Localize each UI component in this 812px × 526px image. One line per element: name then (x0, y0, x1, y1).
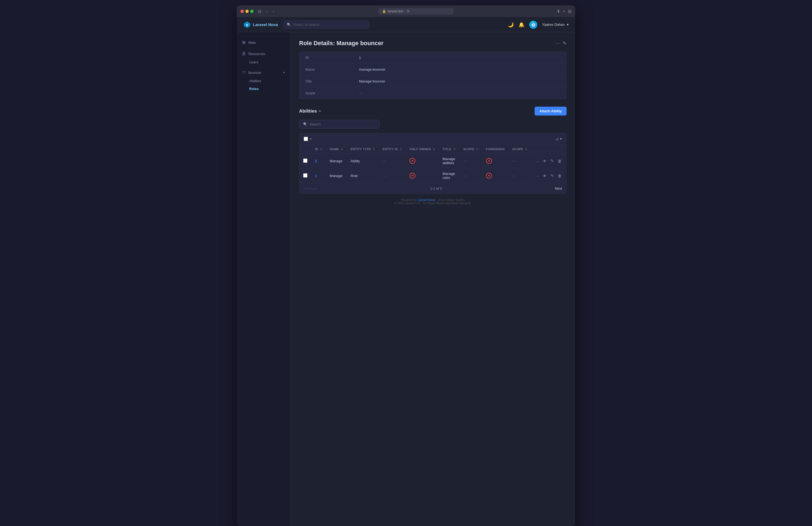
col-entity-type[interactable]: ENTITY TYPE ⇅ (347, 145, 379, 154)
row-forbidden-cell: ✕ (482, 168, 509, 183)
detail-row-name: Name manage-bouncer (300, 64, 566, 75)
more-options-button[interactable]: ··· (555, 40, 559, 46)
row-more-button[interactable]: ··· (535, 158, 540, 164)
power-icon: ⏻ (532, 23, 535, 27)
sidebar-main-label: Main (248, 41, 256, 45)
sort-icon: ⇅ (341, 148, 343, 151)
abilities-table: ID ⇅ NAME ⇅ ENTITY TYPE ⇅ (300, 145, 566, 183)
row-checkbox-cell[interactable] (300, 168, 311, 183)
url-display[interactable]: 🔒 laravel.test ↻ (378, 8, 453, 14)
notifications-button[interactable]: 🔔 (519, 22, 524, 28)
detail-row-scope: Scope — (300, 87, 566, 99)
nova-link[interactable]: Laravel Nova (418, 198, 435, 201)
row-view-button[interactable]: 👁 (542, 158, 548, 164)
row-delete-button[interactable]: 🗑 (557, 158, 563, 164)
row-checkbox[interactable] (303, 158, 307, 163)
app-header: Laravel Nova 🔍 Press / to search 🌙 🔔 ⏻ Y… (237, 17, 575, 32)
sidebar-section-bouncer: 🛡 Bouncer ▾ Abilities Roles (237, 68, 290, 93)
dropdown-arrow-icon[interactable]: ▾ (310, 137, 312, 141)
edit-button[interactable]: ✎ (563, 40, 567, 46)
row-entity-type-cell: Ability (347, 154, 379, 168)
row-edit-button[interactable]: ✎ (550, 172, 555, 179)
pagination: Previous 1-2 of 2 Next (300, 183, 566, 194)
abilities-table-container: ▾ ⊿ ▾ ID ⇅ (299, 133, 567, 194)
col-entity-id[interactable]: ENTITY ID ⇅ (379, 145, 406, 154)
new-tab-button[interactable]: + (563, 9, 565, 14)
row-only-owned-cell: ✕ (406, 168, 439, 183)
user-avatar: ⏻ (529, 21, 537, 29)
detail-card: ID 1 Name manage-bouncer Title Manage bo… (299, 52, 567, 99)
grid-button[interactable]: ⊞ (568, 9, 571, 14)
col-only-owned[interactable]: ONLY OWNED ⇅ (406, 145, 439, 154)
abilities-section-title[interactable]: Abilities ▾ (299, 109, 321, 114)
traffic-lights (241, 10, 253, 13)
col-scope2[interactable]: SCOPE ⇅ (508, 145, 531, 154)
row-id-cell[interactable]: 2 (311, 154, 326, 168)
search-box[interactable]: 🔍 Press / to search (283, 20, 369, 29)
reload-icon[interactable]: ↻ (407, 10, 410, 13)
sort-icon: ⇅ (400, 148, 402, 151)
header-actions: 🌙 🔔 ⏻ Yaakov Dahan ▾ (508, 21, 569, 29)
attach-ability-button[interactable]: Attach Ability (535, 106, 567, 115)
row-checkbox-cell[interactable] (300, 154, 311, 168)
database-icon: 🗄 (242, 52, 246, 56)
footer-line2: © 2022 Laravel LLC · by Taylor Otwell an… (303, 201, 562, 205)
only-owned-icon: ✕ (409, 173, 416, 179)
sidebar-toggle-button[interactable]: ⊟ (256, 8, 263, 14)
detail-value-name: manage-bouncer (359, 68, 385, 71)
user-menu-button[interactable]: Yaakov Dahan ▾ (542, 23, 569, 27)
row-actions-cell: ··· 👁 ✎ 🗑 (531, 154, 566, 168)
row-name-cell: Manage (326, 154, 347, 168)
search-icon: 🔍 (287, 23, 291, 27)
col-scope[interactable]: SCOPE ⇅ (460, 145, 482, 154)
table-toolbar: ▾ ⊿ ▾ (300, 133, 566, 145)
row-name-cell: Manage (326, 168, 347, 183)
abilities-search-input[interactable] (309, 122, 376, 126)
footer: Powered by Laravel Nova · v4.6.1 (Silver… (299, 194, 567, 209)
detail-row-id: ID 1 (300, 52, 566, 64)
select-all-checkbox[interactable] (304, 137, 308, 141)
sidebar-item-main[interactable]: ⊞ Main (237, 38, 290, 47)
back-button[interactable]: ‹ (265, 9, 269, 14)
row-scope2-cell: — (508, 154, 531, 168)
col-name[interactable]: NAME ⇅ (326, 145, 347, 154)
row-checkbox[interactable] (303, 173, 307, 177)
row-delete-button[interactable]: 🗑 (557, 173, 563, 179)
col-id[interactable]: ID ⇅ (311, 145, 326, 154)
row-scope-cell: — (460, 154, 482, 168)
col-title[interactable]: TITLE ⇅ (439, 145, 460, 154)
next-button[interactable]: Next (555, 186, 562, 190)
sort-icon: ⇅ (453, 148, 456, 151)
logo-area: Laravel Nova (243, 21, 278, 28)
detail-label-id: ID (305, 56, 359, 60)
previous-button[interactable]: Previous (304, 186, 317, 190)
abilities-chevron-icon: ▾ (319, 109, 321, 113)
forward-button[interactable]: › (272, 9, 275, 14)
maximize-button[interactable] (250, 10, 253, 13)
row-edit-button[interactable]: ✎ (550, 158, 555, 164)
app-title: Laravel Nova (253, 22, 278, 27)
chevron-down-icon: ▾ (567, 23, 569, 27)
filter-button[interactable]: ⊿ ▾ (555, 137, 562, 141)
minimize-button[interactable] (245, 10, 249, 13)
header-search[interactable]: 🔍 Press / to search (283, 20, 369, 29)
footer-line1: Powered by Laravel Nova · v4.6.1 (Silver… (303, 198, 562, 201)
row-actions: ··· 👁 ✎ 🗑 (535, 158, 563, 164)
row-more-button[interactable]: ··· (535, 173, 540, 179)
table-row: 2 Manage Ability — ✕ Manage abilities — … (300, 154, 566, 168)
close-button[interactable] (241, 10, 244, 13)
sidebar-resources-header[interactable]: 🗄 Resources (237, 49, 290, 58)
sidebar-bouncer-header[interactable]: 🛡 Bouncer ▾ (237, 68, 290, 77)
forbidden-icon: ✕ (486, 158, 492, 164)
share-button[interactable]: ⬆ (557, 9, 560, 14)
sidebar-item-roles[interactable]: Roles (249, 85, 290, 93)
row-view-button[interactable]: 👁 (542, 173, 548, 179)
sidebar-item-users[interactable]: Users (249, 58, 290, 66)
row-id-cell[interactable]: 1 (311, 168, 326, 183)
row-actions: ··· 👁 ✎ 🗑 (535, 172, 563, 179)
abilities-search-container[interactable]: 🔍 (299, 120, 380, 129)
dark-mode-button[interactable]: 🌙 (508, 22, 514, 28)
search-placeholder: Press / to search (293, 23, 320, 27)
detail-value-title: Manage bouncer (359, 79, 385, 83)
sidebar-item-abilities[interactable]: Abilities (249, 77, 290, 85)
